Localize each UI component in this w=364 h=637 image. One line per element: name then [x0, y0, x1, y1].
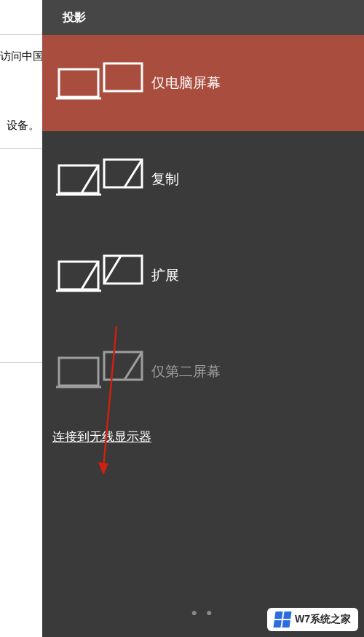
svg-rect-3 [59, 165, 98, 193]
option-label: 扩展 [151, 266, 179, 285]
svg-rect-0 [59, 69, 98, 97]
svg-rect-6 [59, 262, 98, 289]
option-label: 仅电脑屏幕 [151, 74, 221, 93]
background-window: 访问中国 设备。 [0, 0, 44, 637]
connect-wireless-display-link[interactable]: 连接到无线显示器 [42, 420, 364, 445]
pager-dots: ● ● [191, 606, 215, 618]
option-pc-screen-only[interactable]: 仅电脑屏幕 [42, 35, 364, 131]
project-panel: 投影 仅电脑屏幕 复制 [42, 0, 364, 637]
svg-rect-9 [59, 358, 98, 386]
bg-text: 设备。 [7, 119, 39, 133]
extend-icon [52, 250, 147, 301]
svg-rect-8 [104, 256, 142, 284]
option-duplicate[interactable]: 复制 [42, 131, 364, 227]
bg-text: 访问中国 [0, 50, 44, 63]
option-label: 复制 [151, 170, 179, 189]
watermark-logo-icon [273, 611, 291, 628]
watermark-text: W7系统之家 [295, 613, 351, 626]
svg-rect-5 [104, 160, 142, 187]
svg-rect-2 [104, 63, 142, 91]
svg-rect-11 [104, 352, 142, 380]
option-extend[interactable]: 扩展 [42, 227, 364, 324]
option-label: 仅第二屏幕 [151, 362, 221, 381]
pc-screen-only-icon [52, 58, 147, 109]
option-second-screen-only[interactable]: 仅第二屏幕 [42, 324, 364, 420]
duplicate-icon [52, 154, 147, 205]
second-screen-only-icon [52, 346, 147, 397]
panel-title: 投影 [42, 0, 364, 35]
watermark: W7系统之家 [267, 608, 358, 631]
